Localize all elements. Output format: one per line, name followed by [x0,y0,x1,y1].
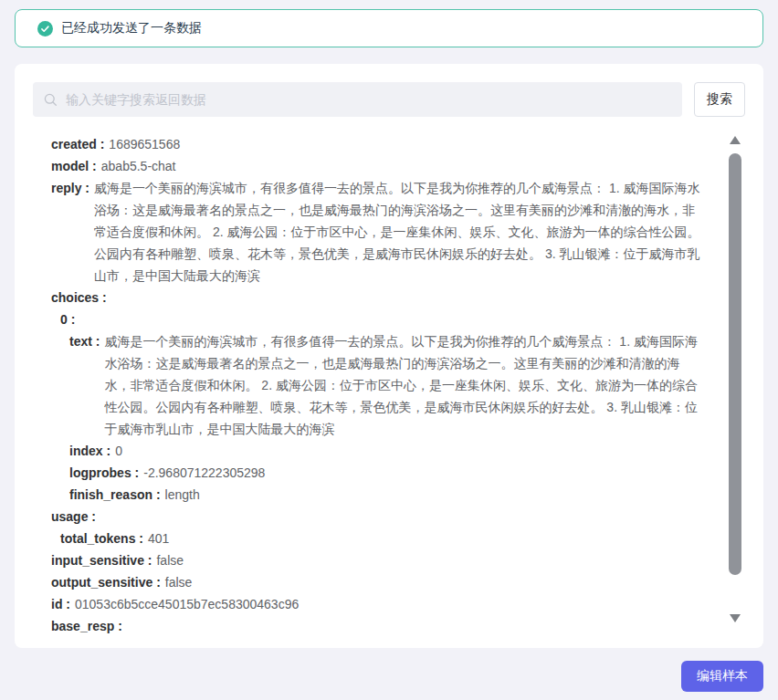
key-value-list: created : 1689651568 model : abab5.5-cha… [51,133,705,637]
data-row: finish_reason : length [51,484,705,506]
data-value: 401 [148,528,705,549]
data-value: 0 [115,440,705,462]
data-key: finish_reason : [69,484,161,506]
data-key: model : [51,155,97,177]
data-row: base_resp : [51,615,705,637]
data-key: choices : [51,287,107,308]
data-row: created : 1689651568 [51,133,705,155]
success-toast: 已经成功发送了一条数据 [15,9,763,47]
data-key: text : [69,330,100,440]
data-row: text : 威海是一个美丽的海滨城市，有很多值得一去的景点。以下是我为你推荐的… [51,330,705,440]
scrollbar-thumb[interactable] [729,153,741,575]
edit-sample-button[interactable]: 编辑样本 [681,661,763,692]
data-key: logprobes : [69,462,139,484]
check-circle-icon [37,21,53,37]
data-key: 0 : [60,308,75,330]
data-row: 0 : [51,308,705,330]
data-row: reply : 威海是一个美丽的海滨城市，有很多值得一去的景点。以下是我为你推荐… [51,177,705,287]
data-value [79,308,705,330]
data-value: 01053c6b5cce45015b7ec58300463c96 [75,593,705,615]
data-row: id : 01053c6b5cce45015b7ec58300463c96 [51,593,705,615]
data-value: false [165,571,705,593]
scroll-up-arrow-icon[interactable] [730,136,741,144]
data-value: -2.968071222305298 [143,462,705,484]
search-button[interactable]: 搜索 [694,82,745,117]
data-value [111,287,705,308]
search-icon [44,93,58,107]
data-key: usage : [51,506,96,528]
data-row: input_sensitive : false [51,549,705,571]
data-key: created : [51,133,104,155]
search-input-wrapper [33,82,682,117]
data-value: 威海是一个美丽的海滨城市，有很多值得一去的景点。以下是我为你推荐的几个威海景点：… [94,177,705,287]
data-key: reply : [51,177,89,287]
data-key: total_tokens : [60,528,143,549]
data-value: abab5.5-chat [101,155,705,177]
data-value: false [156,549,705,571]
data-row: total_tokens : 401 [51,528,705,549]
data-row: model : abab5.5-chat [51,155,705,177]
data-row: usage : [51,506,705,528]
toast-message: 已经成功发送了一条数据 [61,20,202,37]
data-key: id : [51,593,70,615]
data-key: base_resp : [51,615,122,637]
data-key: index : [69,440,110,462]
data-row: output_sensitive : false [51,571,705,593]
data-value [127,615,705,637]
data-value: length [165,484,705,506]
data-row: choices : [51,287,705,308]
scrollbar[interactable] [728,136,742,625]
response-card: 搜索 created : 1689651568 model : abab5.5-… [15,64,763,648]
search-input[interactable] [64,91,671,108]
data-value [100,506,705,528]
data-value: 1689651568 [109,133,705,155]
scroll-down-arrow-icon[interactable] [730,614,741,622]
data-row: index : 0 [51,440,705,462]
data-row: logprobes : -2.968071222305298 [51,462,705,484]
data-value: 威海是一个美丽的海滨城市，有很多值得一去的景点。以下是我为你推荐的几个威海景点：… [104,330,705,440]
data-key: input_sensitive : [51,549,152,571]
search-row: 搜索 [33,82,745,117]
response-data-pane: created : 1689651568 model : abab5.5-cha… [33,133,745,637]
data-key: output_sensitive : [51,571,161,593]
